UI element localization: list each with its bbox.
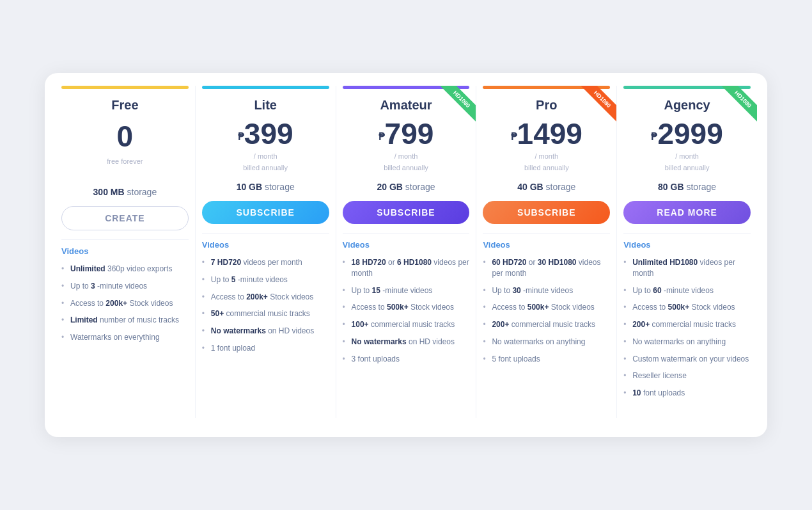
plan-cta-lite[interactable]: SUBSCRIBE [202,201,329,224]
plan-name-free: Free [61,98,189,113]
feature-item: 5 font uploads [483,354,610,365]
feature-item: Access to 500k+ Stock videos [343,302,470,313]
plan-cta-pro[interactable]: SUBSCRIBE [483,201,610,224]
plan-cta-amateur[interactable]: SUBSCRIBE [343,201,470,224]
price-value-lite: 399 [244,117,293,150]
plan-billing-amateur: / monthbilled annually [343,151,470,174]
feature-list-agency: Unlimited HD1080 videos per monthUp to 6… [623,257,751,399]
price-value-amateur: 799 [385,117,434,150]
feature-item: 1 font upload [202,343,329,354]
feature-item: 100+ commercial music tracks [343,319,470,330]
currency-pro: ₱ [511,131,517,142]
feature-list-pro: 60 HD720 or 30 HD1080 videos per monthUp… [483,257,610,365]
currency-amateur: ₱ [379,131,385,142]
feature-item: Access to 500k+ Stock videos [483,302,610,313]
feature-item: 200+ commercial music tracks [483,319,610,330]
divider-pro [483,233,610,234]
plan-billing-pro: / monthbilled annually [483,151,610,174]
feature-item: 200+ commercial music tracks [623,319,751,330]
plan-col-pro: HD1080 Pro ₱1499 / monthbilled annually … [476,86,617,418]
feature-item: 60 HD720 or 30 HD1080 videos per month [483,257,610,279]
feature-item: 50+ commercial music tracks [202,308,329,319]
feature-list-amateur: 18 HD720 or 6 HD1080 videos per monthUp … [343,257,470,365]
feature-item: Unlimited 360p video exports [61,264,189,275]
feature-item: Unlimited HD1080 videos per month [623,257,751,279]
plan-cta-agency[interactable]: READ MORE [623,201,751,224]
currency-agency: ₱ [651,131,657,142]
ribbon-text-pro: HD1080 [581,86,617,122]
plan-price-lite: ₱399 [202,119,329,148]
feature-item: 10 font uploads [623,388,751,399]
ribbon-pro: HD1080 [573,86,616,129]
ribbon-text-amateur: HD1080 [440,86,476,122]
section-label-lite: Videos [202,240,329,250]
plan-col-lite: Lite ₱399 / monthbilled annually 10 GB s… [196,86,336,418]
plan-billing-free: free forever [61,156,189,179]
feature-item: Access to 200k+ Stock videos [202,292,329,303]
plan-col-free: Free 0 free forever 300 MB storage CREAT… [55,86,196,418]
feature-item: No watermarks on HD videos [202,326,329,337]
feature-item: 7 HD720 videos per month [202,257,329,268]
currency-lite: ₱ [238,131,244,142]
divider-free [61,239,189,240]
plan-storage-amateur: 20 GB storage [343,182,470,192]
plan-storage-lite: 10 GB storage [202,182,329,192]
feature-item: No watermarks on anything [623,337,751,347]
feature-item: Limited number of music tracks [61,315,189,326]
feature-list-free: Unlimited 360p video exportsUp to 3 -min… [61,264,189,343]
feature-item: Access to 500k+ Stock videos [623,302,751,313]
feature-item: Up to 60 -minute videos [623,285,751,296]
feature-item: 18 HD720 or 6 HD1080 videos per month [343,257,470,279]
section-label-free: Videos [61,246,189,256]
ribbon-agency: HD1080 [714,86,757,129]
feature-item: Up to 15 -minute videos [343,285,470,296]
plan-storage-agency: 80 GB storage [623,182,751,192]
feature-item: Up to 5 -minute videos [202,275,329,285]
feature-item: Custom watermark on your videos [623,354,751,365]
feature-item: Up to 3 -minute videos [61,281,189,292]
section-label-amateur: Videos [343,240,470,250]
plan-billing-lite: / monthbilled annually [202,151,329,174]
plan-name-lite: Lite [202,98,329,113]
price-value-free: 0 [117,120,134,153]
divider-amateur [343,233,470,234]
feature-list-lite: 7 HD720 videos per monthUp to 5 -minute … [202,257,329,354]
section-label-pro: Videos [483,240,610,250]
divider-lite [202,233,329,234]
feature-item: Reseller license [623,371,751,381]
plan-col-agency: HD1080 Agency ₱2999 / monthbilled annual… [617,86,757,418]
ribbon-text-agency: HD1080 [721,86,757,122]
feature-item: Up to 30 -minute videos [483,285,610,296]
feature-item: No watermarks on anything [483,337,610,347]
pricing-table: Free 0 free forever 300 MB storage CREAT… [45,73,767,437]
feature-item: Watermarks on everything [61,332,189,343]
plan-bar-lite [202,86,329,89]
section-label-agency: Videos [623,240,751,250]
plan-storage-pro: 40 GB storage [483,182,610,192]
plan-billing-agency: / monthbilled annually [623,151,751,174]
plan-col-amateur: HD1080 Amateur ₱799 / monthbilled annual… [336,86,477,418]
divider-agency [623,233,751,234]
plan-storage-free: 300 MB storage [61,187,189,197]
plan-bar-free [61,86,189,89]
plan-cta-free[interactable]: CREATE [61,206,189,230]
ribbon-amateur: HD1080 [432,86,476,129]
plan-price-free: 0 [61,119,189,154]
feature-item: Access to 200k+ Stock videos [61,298,189,309]
feature-item: No watermarks on HD videos [343,337,470,347]
feature-item: 3 font uploads [343,354,470,365]
